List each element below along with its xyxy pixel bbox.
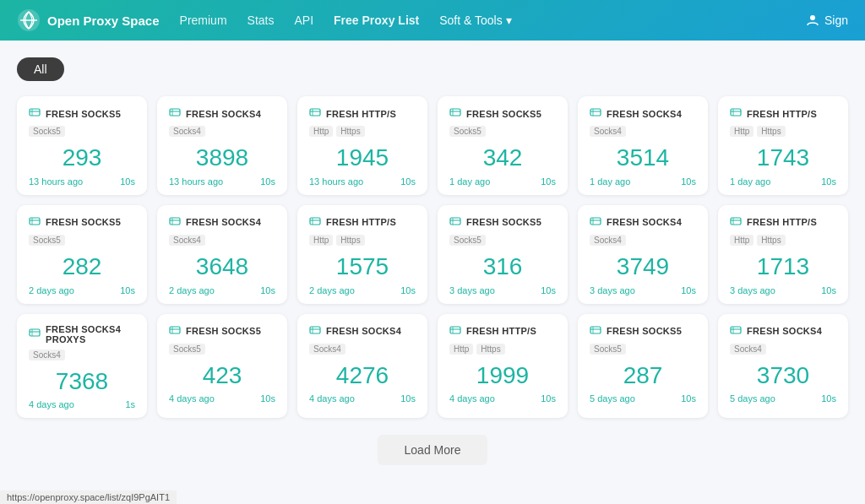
card-time: 1 day ago	[730, 176, 770, 187]
tag: Socks4	[730, 344, 766, 355]
card-time: 1 day ago	[449, 176, 490, 187]
proxy-icon	[730, 324, 742, 339]
card-tags: Socks4	[29, 350, 135, 360]
tag: Socks5	[449, 126, 486, 137]
tag: Socks5	[29, 235, 65, 246]
card-header: FRESH SOCKS5	[590, 324, 696, 339]
proxy-card[interactable]: FRESH SOCKS4 PROXYS Socks4 7368 4 days a…	[17, 314, 147, 419]
proxy-card[interactable]: FRESH SOCKS5 Socks5 287 5 days ago 10s	[578, 314, 708, 419]
card-header: FRESH SOCKS4	[730, 324, 836, 339]
card-interval: 10s	[821, 393, 836, 404]
card-interval: 10s	[260, 176, 275, 187]
tag: Socks5	[590, 344, 626, 355]
tag: Http	[730, 126, 753, 137]
proxy-card[interactable]: FRESH SOCKS5 Socks5 423 4 days ago 10s	[157, 314, 287, 419]
proxy-card[interactable]: FRESH SOCKS4 Socks4 4276 4 days ago 10s	[297, 314, 427, 419]
card-tags: HttpHttps	[309, 126, 416, 137]
svg-rect-17	[731, 109, 741, 116]
proxy-icon	[449, 215, 461, 230]
card-interval: 10s	[541, 176, 556, 187]
card-title: FRESH SOCKS5	[466, 109, 541, 119]
proxy-card[interactable]: FRESH SOCKS5 Socks5 293 13 hours ago 10s	[17, 96, 147, 195]
card-title: FRESH SOCKS4	[747, 326, 822, 336]
proxy-icon	[449, 106, 461, 121]
proxy-card[interactable]: FRESH SOCKS4 Socks4 3730 5 days ago 10s	[718, 314, 848, 419]
proxy-card[interactable]: FRESH SOCKS4 Socks4 3514 1 day ago 10s	[578, 96, 708, 195]
card-count: 423	[169, 358, 275, 393]
card-time: 3 days ago	[449, 285, 495, 295]
card-time: 2 days ago	[169, 285, 215, 295]
card-footer: 2 days ago 10s	[169, 285, 275, 295]
tag: Http	[309, 235, 333, 246]
card-title: FRESH SOCKS4	[607, 217, 682, 227]
proxy-icon	[590, 106, 601, 121]
card-time: 13 hours ago	[169, 176, 223, 187]
proxy-icon	[590, 324, 601, 339]
svg-rect-53	[731, 327, 741, 333]
tag: Http	[449, 344, 473, 355]
svg-rect-32	[590, 218, 601, 225]
load-more-button[interactable]: Load More	[378, 435, 488, 465]
proxy-icon	[730, 215, 742, 230]
card-footer: 3 days ago 10s	[730, 285, 836, 295]
card-tags: Socks4	[169, 126, 275, 137]
card-footer: 13 hours ago 10s	[29, 176, 135, 187]
svg-rect-26	[310, 218, 320, 225]
card-tags: Socks5	[449, 126, 556, 137]
card-header: FRESH SOCKS4	[169, 215, 275, 230]
card-time: 2 days ago	[309, 285, 355, 295]
proxy-card[interactable]: FRESH SOCKS5 Socks5 342 1 day ago 10s	[438, 96, 568, 195]
proxy-card[interactable]: FRESH SOCKS4 Socks4 3898 13 hours ago 10…	[157, 96, 287, 195]
card-interval: 10s	[681, 285, 696, 295]
card-count: 1575	[309, 249, 416, 284]
proxy-card[interactable]: FRESH HTTP/S HttpHttps 1743 1 day ago 10…	[718, 96, 848, 195]
tag: Https	[336, 235, 364, 246]
proxy-card[interactable]: FRESH SOCKS5 Socks5 316 3 days ago 10s	[438, 205, 568, 304]
card-tags: Socks4	[590, 235, 696, 246]
card-count: 342	[449, 140, 556, 175]
proxy-icon	[730, 106, 742, 121]
card-header: FRESH SOCKS4	[590, 215, 696, 230]
proxy-card[interactable]: FRESH SOCKS5 Socks5 282 2 days ago 10s	[17, 205, 147, 304]
card-count: 1999	[449, 358, 556, 393]
cards-grid: FRESH SOCKS5 Socks5 293 13 hours ago 10s…	[17, 96, 848, 418]
nav-premium[interactable]: Premium	[180, 14, 227, 27]
card-footer: 13 hours ago 10s	[309, 176, 416, 187]
card-tags: Socks4	[590, 126, 696, 137]
card-title: FRESH SOCKS5	[46, 109, 121, 119]
card-header: FRESH SOCKS5	[449, 106, 556, 121]
nav-free-proxy-list[interactable]: Free Proxy List	[334, 14, 419, 27]
card-footer: 1 day ago 10s	[449, 176, 556, 187]
proxy-card[interactable]: FRESH SOCKS4 Socks4 3648 2 days ago 10s	[157, 205, 287, 304]
proxy-card[interactable]: FRESH SOCKS4 Socks4 3749 3 days ago 10s	[578, 205, 708, 304]
card-header: FRESH HTTP/S	[449, 324, 556, 339]
card-time: 4 days ago	[29, 399, 74, 409]
proxy-card[interactable]: FRESH HTTP/S HttpHttps 1999 4 days ago 1…	[438, 314, 568, 419]
nav-api[interactable]: API	[294, 14, 313, 27]
card-header: FRESH SOCKS4 PROXYS	[29, 324, 135, 344]
tag: Https	[757, 235, 785, 246]
proxy-card[interactable]: FRESH HTTP/S HttpHttps 1713 3 days ago 1…	[718, 205, 848, 304]
proxy-icon	[309, 215, 321, 230]
proxy-icon	[29, 327, 41, 341]
card-tags: Socks5	[29, 126, 135, 137]
proxy-card[interactable]: FRESH HTTP/S HttpHttps 1945 13 hours ago…	[297, 96, 427, 195]
card-title: FRESH SOCKS5	[186, 326, 261, 336]
tag: Http	[730, 235, 753, 246]
svg-rect-50	[590, 327, 601, 333]
svg-point-1	[810, 15, 815, 20]
logo-area[interactable]: Open Proxy Space	[17, 8, 160, 32]
tag: Socks4	[29, 350, 65, 360]
nav-soft-tools-dropdown[interactable]: Soft & Tools ▾	[439, 14, 511, 27]
svg-rect-47	[450, 327, 460, 333]
proxy-card[interactable]: FRESH HTTP/S HttpHttps 1575 2 days ago 1…	[297, 205, 427, 304]
card-count: 282	[29, 249, 135, 284]
card-footer: 5 days ago 10s	[590, 393, 696, 404]
card-footer: 1 day ago 10s	[590, 176, 696, 187]
all-filter-button[interactable]: All	[17, 57, 64, 81]
nav-stats[interactable]: Stats	[248, 14, 275, 27]
proxy-icon	[309, 324, 321, 339]
sign-button[interactable]: Sign	[806, 14, 848, 27]
card-count: 3898	[169, 140, 275, 175]
card-header: FRESH HTTP/S	[309, 106, 416, 121]
